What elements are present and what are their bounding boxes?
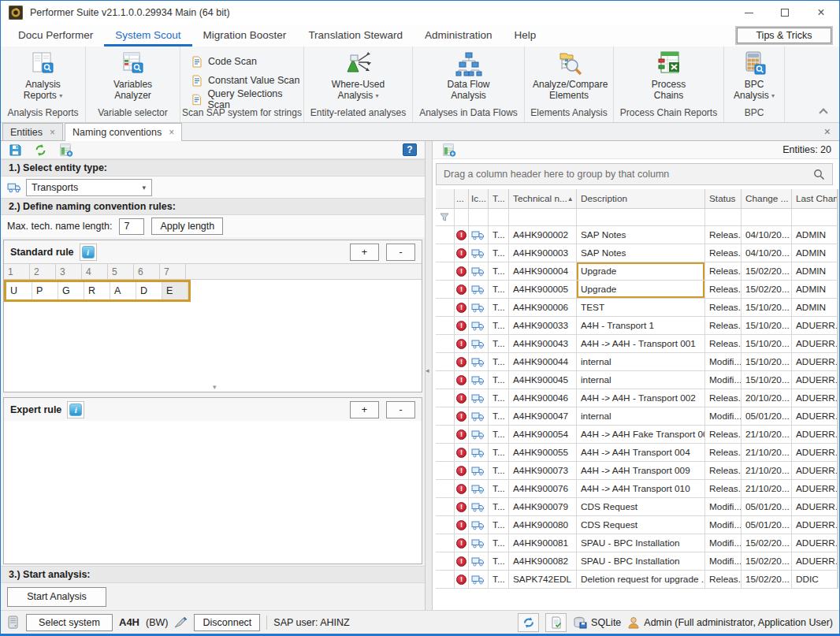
rule-cell[interactable]: E [162, 282, 188, 299]
menu-tab[interactable]: Administration [414, 24, 504, 46]
group-by-drop-zone[interactable]: Drag a column header here to group by th… [436, 163, 833, 185]
table-row[interactable]: ▸ ! T... A4HK900080 CDS Request Modifi..… [436, 516, 838, 534]
max-length-input[interactable]: 7 [119, 218, 144, 235]
table-row[interactable]: ▸ ! T... A4HK900002 SAP Notes Releas... … [436, 226, 838, 244]
row-expand-cell[interactable]: ▸ [436, 389, 455, 407]
row-expand-cell[interactable]: ▸ [436, 226, 455, 244]
rule-cell[interactable]: P [32, 282, 58, 299]
close-icon[interactable]: × [169, 127, 174, 138]
filter-cell[interactable] [742, 209, 792, 226]
col-technical-name[interactable]: Technical n... ▲ [509, 189, 577, 209]
minimize-button[interactable] [730, 1, 767, 24]
analyze-compare-elements-button[interactable]: Analyze/Compare Elements [533, 50, 605, 101]
row-expand-cell[interactable]: ▸ [436, 498, 455, 516]
table-row[interactable]: ▸ ! T... A4HK900043 A4H -> A4H - Transpo… [436, 335, 838, 353]
row-expand-cell[interactable]: ▸ [436, 571, 455, 589]
add-rule-button[interactable]: + [350, 244, 379, 261]
filter-cell[interactable] [705, 209, 742, 226]
filter-cell[interactable] [436, 209, 455, 226]
close-document-area-icon[interactable]: × [824, 125, 831, 138]
rule-cell[interactable]: A [110, 282, 136, 299]
rule-cell[interactable]: D [136, 282, 162, 299]
row-expand-cell[interactable]: ▸ [436, 534, 455, 552]
scan-item[interactable]: Constant Value Scan [191, 73, 303, 88]
maximize-button[interactable] [767, 1, 803, 24]
menu-tab[interactable]: Docu Performer [7, 24, 104, 46]
variables-analyzer-button[interactable]: Variables Analyzer [107, 50, 159, 101]
rule-column-header[interactable]: 7 [160, 264, 186, 279]
row-expand-cell[interactable]: ▸ [436, 281, 455, 299]
col-dots[interactable]: ... [455, 189, 469, 209]
col-status[interactable]: Status [705, 189, 742, 209]
row-expand-cell[interactable]: ▸ [436, 317, 455, 335]
bpc-analysis-button[interactable]: BPC Analysis ▾ [727, 50, 782, 101]
menu-tab[interactable]: Help [503, 24, 547, 46]
rule-column-header[interactable]: 5 [108, 264, 134, 279]
col-last-changed-by[interactable]: Last Chan... [792, 189, 838, 209]
splitter-down-icon[interactable]: ▾ [213, 383, 217, 391]
col-icon[interactable]: Ic... [469, 189, 489, 209]
row-expand-cell[interactable]: ▸ [436, 444, 455, 462]
filter-cell[interactable] [577, 209, 705, 226]
rule-column-header[interactable]: 1 [4, 264, 30, 279]
table-row[interactable]: ▸ ! T... A4HK900005 Upgrade Releas... 15… [436, 281, 838, 299]
analysis-reports-button[interactable]: Analysis Reports ▾ [15, 50, 72, 101]
table-row[interactable]: ▸ ! T... SAPK742EDL Deletion request for… [436, 571, 838, 589]
rule-cell[interactable]: U [6, 282, 32, 299]
standard-rule-info-button[interactable]: i [80, 244, 97, 261]
vertical-scrollbar[interactable] [838, 189, 839, 589]
remove-rule-button[interactable]: - [386, 244, 415, 261]
row-expand-cell[interactable]: ▸ [436, 462, 455, 480]
table-row[interactable]: ▸ ! T... A4HK900076 A4H -> A4H Transport… [436, 480, 838, 498]
table-row[interactable]: ▸ ! T... A4HK900003 SAP Notes Releas... … [436, 244, 838, 262]
row-expand-cell[interactable]: ▸ [436, 371, 455, 389]
row-expand-cell[interactable]: ▸ [436, 407, 455, 426]
document-tab[interactable]: Entities × [2, 123, 63, 140]
process-chains-button[interactable]: Process Chains [645, 50, 693, 101]
help-icon[interactable]: ? [403, 143, 417, 156]
menu-tab[interactable]: Translation Steward [297, 24, 414, 46]
table-row[interactable]: ▸ ! T... A4HK900004 Upgrade Releas... 15… [436, 262, 838, 281]
scan-item[interactable]: Query Selections Scan [191, 91, 303, 107]
close-icon[interactable]: × [50, 127, 55, 138]
excel-export-icon[interactable] [442, 143, 456, 157]
row-expand-cell[interactable]: ▸ [436, 299, 455, 317]
table-row[interactable]: ▸ ! T... A4HK900033 A4H - Transport 1 Re… [436, 317, 838, 335]
row-expand-cell[interactable]: ▸ [436, 516, 455, 534]
disconnect-button[interactable]: Disconnect [194, 614, 260, 631]
table-row[interactable]: ▸ ! T... A4HK900006 TEST Releas... 15/10… [436, 299, 838, 317]
row-expand-cell[interactable]: ▸ [436, 262, 455, 281]
table-row[interactable]: ▸ ! T... A4HK900046 A4H -> A4H - Transpo… [436, 389, 838, 407]
collapse-left-icon[interactable]: ◂ [426, 366, 429, 374]
refresh-icon[interactable] [34, 143, 47, 157]
rule-cell[interactable]: R [84, 282, 110, 299]
table-row[interactable]: ▸ ! T... A4HK900079 CDS Request Modifi..… [436, 498, 838, 516]
apply-length-button[interactable]: Apply length [151, 218, 223, 235]
excel-export-icon[interactable] [59, 143, 73, 157]
rule-column-header[interactable]: 2 [30, 264, 56, 279]
row-expand-cell[interactable]: ▸ [436, 353, 455, 371]
tips-and-tricks-button[interactable]: Tips & Tricks [737, 28, 831, 43]
col-change-date[interactable]: Change ... [742, 189, 792, 209]
add-expert-rule-button[interactable]: + [350, 401, 379, 418]
sync-button[interactable] [518, 613, 539, 632]
collapse-ribbon-icon[interactable] [819, 108, 827, 117]
col-type[interactable]: T... [489, 189, 509, 209]
table-row[interactable]: ▸ ! T... A4HK900073 A4H -> A4H Transport… [436, 462, 838, 480]
panel-splitter[interactable]: ◂ [425, 141, 433, 610]
scan-item[interactable]: Code Scan [191, 54, 303, 69]
row-expand-cell[interactable]: ▸ [436, 552, 455, 571]
filter-cell[interactable] [489, 209, 509, 226]
rule-column-header[interactable]: 4 [82, 264, 108, 279]
filter-cell[interactable] [509, 209, 577, 226]
row-expand-cell[interactable]: ▸ [436, 426, 455, 444]
row-expand-cell[interactable]: ▸ [436, 244, 455, 262]
menu-tab[interactable]: Migration Booster [192, 24, 298, 46]
remove-expert-rule-button[interactable]: - [386, 401, 415, 418]
table-row[interactable]: ▸ ! T... A4HK900045 internal Modifi... 1… [436, 371, 838, 389]
document-tab[interactable]: Naming conventions × [65, 123, 182, 141]
rule-column-header[interactable]: 3 [56, 264, 82, 279]
entity-type-select[interactable]: Transports ▾ [26, 179, 152, 196]
table-row[interactable]: ▸ ! T... A4HK900047 internal Modifi... 0… [436, 407, 838, 426]
rule-cell[interactable]: G [58, 282, 84, 299]
